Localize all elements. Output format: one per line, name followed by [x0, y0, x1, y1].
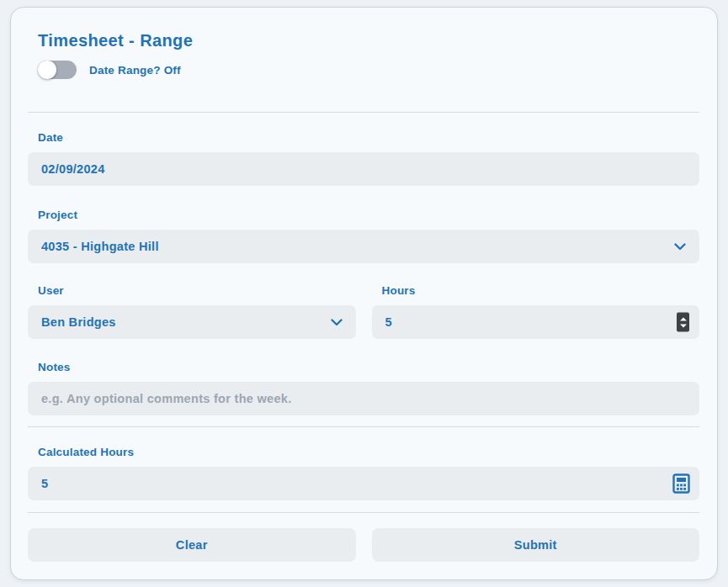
notes-label: Notes: [28, 360, 699, 374]
hours-label: Hours: [372, 283, 700, 298]
calculated-hours-input[interactable]: [28, 467, 699, 500]
hours-field: [372, 305, 700, 339]
date-range-toggle[interactable]: [38, 61, 77, 79]
calculated-hours-label: Calculated Hours: [28, 445, 699, 459]
notes-field: [28, 382, 699, 415]
project-select[interactable]: 4035 - Highgate Hill: [28, 230, 699, 263]
project-label: Project: [28, 208, 699, 222]
date-range-toggle-row: Date Range? Off: [28, 60, 699, 80]
stepper-down-icon[interactable]: [680, 324, 687, 327]
divider: [28, 512, 699, 513]
calculator-icon: [672, 473, 690, 494]
stepper-up-icon[interactable]: [680, 317, 687, 320]
clear-button[interactable]: Clear: [28, 528, 356, 562]
divider: [28, 112, 699, 113]
page-title: Timesheet - Range: [28, 31, 699, 50]
date-input[interactable]: [28, 152, 699, 186]
user-label: User: [28, 283, 356, 298]
user-selected-value: Ben Bridges: [28, 315, 116, 329]
calculated-hours-field: [28, 467, 699, 500]
button-row: Clear Submit: [28, 528, 699, 562]
user-column: User Ben Bridges: [28, 283, 356, 339]
user-select[interactable]: Ben Bridges: [28, 305, 356, 339]
chevron-down-icon: [674, 243, 686, 251]
user-hours-row: User Ben Bridges Hours: [28, 283, 699, 339]
toggle-knob: [38, 61, 56, 79]
notes-input[interactable]: [28, 382, 699, 415]
date-label: Date: [28, 130, 699, 145]
submit-button[interactable]: Submit: [372, 528, 700, 562]
divider: [28, 426, 699, 427]
hours-input[interactable]: [372, 305, 700, 339]
chevron-down-icon: [331, 319, 343, 326]
project-selected-value: 4035 - Highgate Hill: [28, 240, 159, 253]
number-stepper[interactable]: [677, 313, 689, 332]
hours-column: Hours: [372, 283, 700, 339]
date-range-toggle-label: Date Range? Off: [89, 64, 181, 77]
timesheet-card: Timesheet - Range Date Range? Off Date P…: [10, 7, 718, 580]
date-field: [28, 152, 699, 186]
